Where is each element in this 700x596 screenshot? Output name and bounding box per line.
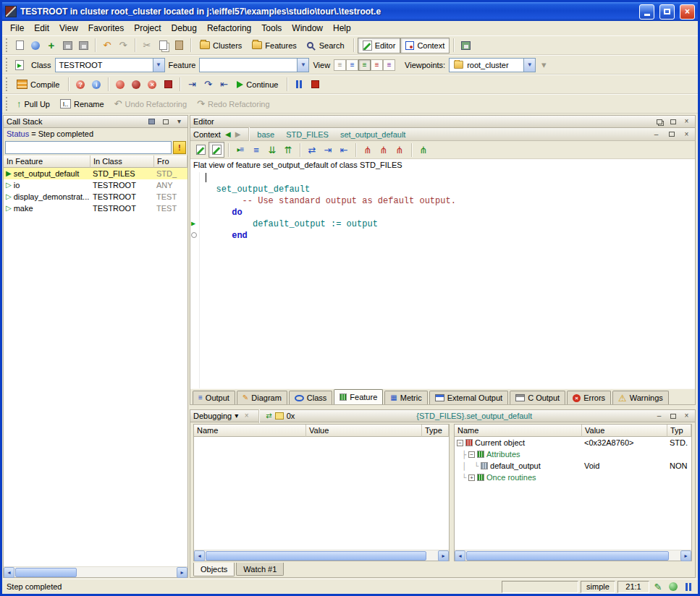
float-editor-button[interactable]: [654, 117, 665, 127]
object-tree-row[interactable]: − Current object <0x32A8760> STD.: [455, 437, 691, 448]
stop-button[interactable]: [307, 77, 323, 93]
edit-feature-button[interactable]: [208, 142, 224, 158]
feature-dropdown-button[interactable]: ▼: [297, 59, 308, 72]
close-debugging-button[interactable]: ×: [681, 412, 692, 421]
debugging-menu-icon[interactable]: ▾: [235, 412, 238, 420]
dock-panel-button[interactable]: ▾: [174, 117, 185, 127]
call-stack-hscrollbar[interactable]: ◂ ▸: [4, 566, 187, 577]
code-lines[interactable]: set_output_default -- Use standard outpu…: [201, 172, 695, 242]
class-drop-button[interactable]: [12, 57, 28, 73]
flat-view-button[interactable]: ≡: [358, 59, 371, 71]
scroll-right-button[interactable]: ▸: [438, 550, 449, 561]
editor-gutter[interactable]: ▶: [190, 172, 200, 388]
step-out-button[interactable]: ⇤: [216, 77, 232, 93]
minimize-button[interactable]: [639, 4, 654, 20]
edit-class-button[interactable]: [193, 142, 208, 158]
viewpoints-combobox[interactable]: root_cluster ▼: [449, 58, 536, 72]
history-forward-icon[interactable]: ▶: [235, 131, 241, 138]
compile-button[interactable]: Compile: [12, 77, 64, 93]
column-in-feature[interactable]: In Feature: [4, 156, 90, 168]
toolbar-grip[interactable]: [6, 38, 8, 52]
toolbar-grip[interactable]: [6, 97, 8, 111]
scroll-track[interactable]: [14, 567, 177, 577]
tab-diagram[interactable]: ✎Diagram: [237, 391, 287, 404]
scroll-right-button[interactable]: ▸: [177, 567, 187, 578]
tab-metric[interactable]: ▦Metric: [384, 391, 427, 404]
toolbar-grip[interactable]: [6, 77, 8, 91]
new-document-button[interactable]: [12, 38, 28, 54]
menu-project[interactable]: Project: [129, 22, 166, 35]
editor-title-bar[interactable]: Editor ×: [190, 116, 695, 128]
objects-hscrollbar[interactable]: ◂ ▸: [455, 550, 691, 561]
tab-warnings[interactable]: ⚠Warnings: [612, 391, 669, 404]
tab-class[interactable]: Class: [289, 391, 333, 404]
column-name[interactable]: Name: [194, 425, 306, 437]
collapse-all-button[interactable]: ⇈: [280, 142, 296, 158]
scroll-track[interactable]: [465, 550, 680, 561]
feature-combobox[interactable]: ▼: [199, 58, 309, 72]
scroll-left-button[interactable]: ◂: [4, 567, 14, 578]
maximize-editor-button[interactable]: [667, 117, 678, 127]
code-line[interactable]: do: [201, 207, 695, 218]
tab-objects[interactable]: Objects: [193, 563, 235, 576]
column-from[interactable]: Fro: [154, 156, 187, 168]
editor-toggle-button[interactable]: Editor: [358, 38, 401, 54]
code-line[interactable]: default_output := output: [201, 218, 695, 230]
redo-refactoring-button[interactable]: ↷ Redo Refactoring: [192, 96, 275, 112]
go-back-button[interactable]: ⇤: [336, 142, 352, 158]
undo-button[interactable]: ↶: [99, 38, 115, 54]
paste-button[interactable]: [171, 38, 187, 54]
watch-hscrollbar[interactable]: ◂ ▸: [194, 550, 449, 561]
minimize-debugging-button[interactable]: –: [654, 412, 665, 421]
maximize-debugging-button[interactable]: [667, 412, 678, 421]
app-icon[interactable]: [5, 6, 17, 17]
scroll-thumb[interactable]: [466, 551, 669, 561]
pause-button[interactable]: [291, 77, 307, 93]
breakpoints-enable-button[interactable]: [112, 77, 128, 93]
column-type[interactable]: Typ: [667, 425, 691, 437]
ancestors-button[interactable]: ⋔: [360, 142, 376, 158]
editor-content[interactable]: Flat view of feature set_output_default …: [190, 159, 695, 388]
call-stack-title-bar[interactable]: Call Stack ▾: [4, 116, 187, 128]
search-button[interactable]: Search: [302, 38, 350, 54]
new-expression-icon[interactable]: [275, 412, 284, 420]
scroll-right-button[interactable]: ▸: [680, 550, 691, 561]
save-stack-button[interactable]: [146, 117, 157, 127]
minimize-context-button[interactable]: –: [651, 129, 662, 139]
menu-window[interactable]: Window: [287, 22, 328, 35]
close-button[interactable]: ×: [680, 4, 695, 20]
code-line[interactable]: end: [201, 230, 695, 242]
external-commands-button[interactable]: [457, 38, 473, 54]
exception-button[interactable]: !: [173, 141, 186, 154]
open-file-button[interactable]: [28, 38, 43, 54]
maximize-context-button[interactable]: [666, 129, 677, 139]
suppliers-button[interactable]: ⋔: [416, 142, 431, 158]
hex-toggle[interactable]: 0x: [287, 412, 295, 420]
code-line[interactable]: set_output_default: [201, 184, 695, 195]
menu-help[interactable]: Help: [328, 22, 356, 35]
undo-refactoring-button[interactable]: ↶ Undo Refactoring: [109, 96, 193, 112]
breadcrumb-feature[interactable]: set_output_default: [340, 130, 406, 139]
info-button[interactable]: i: [88, 77, 104, 93]
code-line-empty[interactable]: [201, 172, 695, 184]
column-type[interactable]: Type: [422, 425, 449, 437]
collapse-box-icon[interactable]: −: [468, 451, 475, 458]
line-numbers-button[interactable]: ≡: [248, 142, 264, 158]
expand-all-button[interactable]: ⇊: [264, 142, 280, 158]
breakpoints-tool-button[interactable]: [160, 77, 176, 93]
call-stack-empty-area[interactable]: [4, 214, 187, 566]
column-value[interactable]: Value: [306, 425, 422, 437]
close-context-button[interactable]: ×: [681, 129, 692, 139]
save-button[interactable]: [59, 38, 75, 54]
call-stack-row[interactable]: ▷display_demonstrat... TESTROOT TEST: [4, 191, 187, 203]
go-to-definition-button[interactable]: ⇥: [320, 142, 336, 158]
column-in-class[interactable]: In Class: [90, 156, 154, 168]
redo-button[interactable]: ↷: [115, 38, 131, 54]
formatter-list-button[interactable]: ▸≡: [232, 142, 248, 158]
contract-view-button[interactable]: ≡: [371, 59, 383, 71]
scroll-thumb[interactable]: [206, 551, 426, 561]
breakpoints-disable-button[interactable]: [128, 77, 144, 93]
compile-info-button[interactable]: ?: [72, 77, 88, 93]
clickable-view-button[interactable]: ≡: [346, 59, 358, 71]
menu-debug[interactable]: Debug: [166, 22, 202, 35]
